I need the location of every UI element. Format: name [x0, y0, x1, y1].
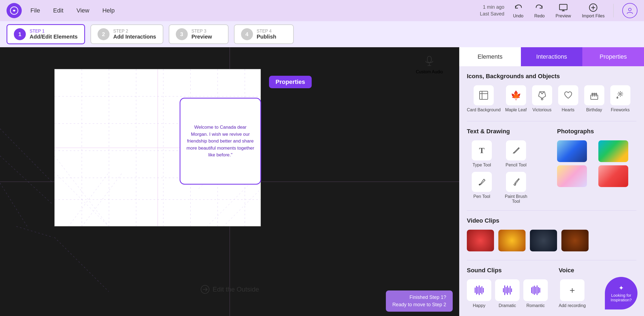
edit-outside-button[interactable]: Edit the Outside — [200, 285, 259, 294]
canvas-area[interactable]: Welcome to Canada dear Morgan. I wish we… — [0, 47, 459, 316]
tools-row-2: Pen Tool Paint Brush Tool — [467, 172, 546, 204]
tab-interactions[interactable]: Interactions — [521, 47, 583, 66]
tools-row-1: T Type Tool — [467, 140, 546, 168]
profile-button[interactable] — [622, 3, 637, 18]
type-tool-icon: T — [479, 146, 484, 155]
photo-ocean[interactable] — [557, 140, 587, 162]
add-recording-button[interactable]: + Add recording — [559, 279, 586, 308]
plus-icon: + — [570, 285, 575, 296]
fireworks-label: Fireworks — [611, 108, 630, 112]
wave-bar — [477, 287, 478, 294]
icon-birthday[interactable]: Birthday — [583, 85, 605, 112]
logo-icon — [10, 6, 19, 15]
icon-card-background[interactable]: Card Background — [467, 85, 501, 112]
sound-happy[interactable]: Happy — [467, 279, 491, 308]
save-time: 1 min ago — [480, 4, 504, 11]
step-2[interactable]: 2 STEP 2 Add Interactions — [90, 24, 163, 44]
video-clip-1[interactable] — [467, 230, 494, 251]
import-files-button[interactable]: Import Files — [582, 3, 605, 18]
icons-section-title: Icons, Backgrounds and Objects — [467, 73, 636, 80]
birthday-icon-box — [584, 85, 604, 105]
video-clip-3[interactable] — [530, 230, 557, 251]
photo-beach[interactable] — [598, 140, 628, 162]
wave-bar — [534, 286, 535, 295]
victorious-label: Victorious — [533, 108, 552, 112]
video-clip-4[interactable] — [561, 230, 589, 251]
card-background-icon-box — [474, 85, 494, 105]
wave-bar — [508, 287, 509, 293]
wave-bar — [503, 288, 504, 292]
paintbrush-tool-box — [506, 172, 526, 192]
step-1[interactable]: 1 STEP 1 Add/Edit Elements — [7, 24, 85, 44]
svg-point-51 — [596, 93, 597, 94]
tab-properties[interactable]: Properties — [582, 47, 644, 66]
fireworks-icon-box — [610, 85, 630, 105]
nav-right: 1 min ago Last Saved Undo Redo — [480, 3, 637, 18]
inspiration-label: Looking for Inspiration? — [609, 293, 634, 302]
hearts-label: Hearts — [562, 108, 574, 112]
top-nav: File Edit View Help 1 min ago Last Saved… — [0, 0, 644, 21]
text-drawing-title: Text & Drawing — [467, 128, 546, 135]
sound-clips-title: Sound Clips — [467, 267, 548, 274]
nav-edit[interactable]: Edit — [53, 7, 63, 14]
card-element[interactable]: Welcome to Canada dear Morgan. I wish we… — [180, 98, 261, 185]
pencil-tool-label: Pencil Tool — [505, 163, 526, 168]
svg-point-52 — [620, 93, 621, 95]
tool-type[interactable]: T Type Tool — [467, 140, 497, 168]
tool-pen[interactable]: Pen Tool — [467, 172, 497, 204]
sound-romantic[interactable]: Romantic — [523, 279, 548, 308]
sound-dramatic[interactable]: Dramatic — [495, 279, 520, 308]
step-4-text: STEP 4 Publish — [257, 29, 276, 40]
sound-happy-box — [467, 279, 491, 301]
pencil-tool-icon — [512, 146, 520, 155]
sound-dramatic-label: Dramatic — [499, 303, 516, 308]
wave-bar — [538, 287, 539, 293]
redo-button[interactable]: Redo — [534, 3, 545, 18]
video-clip-2[interactable] — [498, 230, 526, 251]
tab-elements[interactable]: Elements — [459, 47, 521, 66]
icon-fireworks[interactable]: Fireworks — [609, 85, 631, 112]
sound-happy-label: Happy — [473, 303, 485, 308]
svg-line-60 — [618, 95, 619, 96]
step-3-text: STEP 3 Preview — [192, 29, 212, 40]
svg-rect-2 — [559, 4, 567, 10]
svg-line-57 — [618, 92, 619, 93]
inspiration-button[interactable]: ✦ Looking for Inspiration? — [605, 277, 637, 309]
video-clips-title: Video Clips — [467, 217, 636, 224]
icons-grid: Card Background 🍁 Maple Leaf — [467, 85, 636, 112]
icon-victorious[interactable]: Victorious — [531, 85, 553, 112]
preview-button[interactable]: Preview — [556, 3, 571, 18]
maple-leaf-icon: 🍁 — [511, 90, 521, 100]
icon-maple-leaf[interactable]: 🍁 Maple Leaf — [505, 85, 527, 112]
logo[interactable] — [7, 3, 22, 18]
nav-file[interactable]: File — [30, 7, 40, 14]
custom-audio-button[interactable]: Custom Audio — [416, 55, 443, 74]
properties-popup[interactable]: Properties — [269, 76, 312, 88]
undo-button[interactable]: Undo — [513, 3, 523, 18]
finished-step-button[interactable]: Finished Step 1? Ready to move to Step 2 — [386, 290, 453, 312]
step-3[interactable]: 3 STEP 3 Preview — [169, 24, 229, 44]
hearts-icon-box — [558, 85, 578, 105]
photo-cake[interactable] — [557, 165, 587, 187]
wave-bar — [510, 286, 511, 295]
divider-3 — [467, 260, 636, 260]
icon-hearts[interactable]: Hearts — [557, 85, 579, 112]
tool-paintbrush[interactable]: Paint Brush Tool — [501, 172, 531, 204]
save-info: 1 min ago Last Saved — [480, 4, 504, 17]
voice-grid: + Add recording — [559, 279, 586, 308]
victorious-icon-box — [532, 85, 552, 105]
svg-line-59 — [621, 92, 622, 93]
photo-gift[interactable] — [598, 165, 628, 187]
wave-bar — [475, 287, 476, 293]
import-icon — [588, 3, 598, 12]
profile-icon — [626, 7, 634, 15]
tool-pencil[interactable]: Pencil Tool — [501, 140, 531, 168]
nav-help[interactable]: Help — [102, 7, 115, 14]
pencil-tool-box — [506, 140, 526, 160]
divider-1 — [467, 121, 636, 121]
sound-dramatic-box — [495, 279, 520, 301]
canvas-white-card: Welcome to Canada dear Morgan. I wish we… — [54, 69, 261, 226]
step-4[interactable]: 4 STEP 4 Publish — [234, 24, 294, 44]
nav-view[interactable]: View — [76, 7, 89, 14]
waveform-happy — [475, 285, 484, 295]
